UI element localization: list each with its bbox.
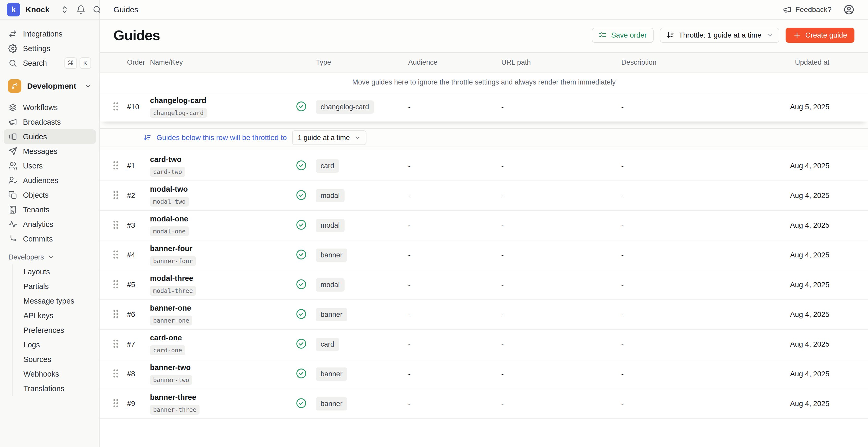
drag-handle[interactable] xyxy=(113,339,127,350)
status-active-icon xyxy=(296,160,316,172)
sidebar-item-preferences[interactable]: Preferences xyxy=(12,323,96,338)
guide-row-6[interactable]: #6 banner-one banner-one banner - - - Au… xyxy=(100,300,868,330)
sidebar-item-layouts[interactable]: Layouts xyxy=(12,264,96,279)
drag-handle[interactable] xyxy=(113,101,127,113)
guide-row-3[interactable]: #3 modal-one modal-one modal - - - Aug 4… xyxy=(100,211,868,241)
guide-type-badge: card xyxy=(316,338,339,351)
sidebar-item-message-types[interactable]: Message types xyxy=(12,294,96,308)
drag-handle[interactable] xyxy=(113,250,127,260)
guide-key-badge: banner-three xyxy=(150,405,199,415)
status-active-icon xyxy=(296,338,316,351)
plus-icon xyxy=(793,31,801,39)
sidebar-item-users[interactable]: Users xyxy=(4,159,96,173)
section-gap xyxy=(100,147,868,151)
sidebar-item-guides[interactable]: Guides xyxy=(4,129,96,144)
broadcasts-megaphone-icon xyxy=(8,118,17,126)
guide-row-2[interactable]: #2 modal-two modal-two modal - - - Aug 4… xyxy=(100,181,868,211)
drag-handle[interactable] xyxy=(113,160,127,171)
workspace-switcher-icon[interactable] xyxy=(60,5,69,14)
chevron-down-icon xyxy=(766,32,773,39)
developers-section-toggle[interactable]: Developers xyxy=(4,250,96,264)
sidebar-item-broadcasts[interactable]: Broadcasts xyxy=(4,115,96,129)
users-icon xyxy=(8,161,17,170)
sidebar-item-audiences[interactable]: Audiences xyxy=(4,173,96,188)
guide-key-badge: modal-three xyxy=(150,286,196,296)
drag-handle[interactable] xyxy=(113,398,127,409)
sidebar-item-tenants[interactable]: Tenants xyxy=(4,202,96,217)
guide-audience: - xyxy=(408,103,501,111)
sidebar-item-search[interactable]: Search ⌘ K xyxy=(4,56,96,70)
sidebar-item-label: Settings xyxy=(23,44,50,53)
throttle-dropdown-button[interactable]: Throttle: 1 guide at a time xyxy=(660,28,779,43)
sort-descending-icon xyxy=(143,133,151,142)
drag-handle[interactable] xyxy=(113,220,127,231)
status-active-icon xyxy=(296,397,316,410)
unthrottled-section: Move guides here to ignore the throttle … xyxy=(100,72,868,122)
settings-gear-icon xyxy=(8,44,17,53)
user-circle-icon xyxy=(843,4,855,15)
guide-name: banner-one xyxy=(150,304,296,313)
guide-url-path: - xyxy=(501,103,621,111)
drag-handle[interactable] xyxy=(113,279,127,290)
page-header: Guides Save order Throttle: 1 guide at a… xyxy=(100,20,868,52)
save-order-button[interactable]: Save order xyxy=(592,28,654,43)
throttled-section: #1 card-two card-two card - - - Aug 4, 2… xyxy=(100,151,868,447)
guide-name: modal-three xyxy=(150,274,296,283)
drag-handle[interactable] xyxy=(113,190,127,201)
guide-key-badge: card-two xyxy=(150,167,185,177)
guide-description: - xyxy=(621,103,788,111)
sidebar-item-translations[interactable]: Translations xyxy=(12,381,96,396)
throttle-amount-dropdown[interactable]: 1 guide at a time xyxy=(292,130,367,145)
status-active-icon xyxy=(296,101,316,113)
sidebar-item-api-keys[interactable]: API keys xyxy=(12,308,96,323)
sort-descending-icon xyxy=(666,31,675,39)
drop-zone-message: Move guides here to ignore the throttle … xyxy=(100,72,868,92)
feedback-button[interactable]: Feedback? xyxy=(783,5,832,14)
guide-name: banner-four xyxy=(150,244,296,253)
guide-type-badge: modal xyxy=(316,189,345,202)
status-active-icon xyxy=(296,308,316,321)
guide-type-badge: banner xyxy=(316,249,347,262)
guide-type-badge: banner xyxy=(316,308,347,321)
create-guide-button[interactable]: Create guide xyxy=(785,28,855,43)
search-shortcut: ⌘ K xyxy=(64,57,91,69)
sidebar-item-settings[interactable]: Settings xyxy=(4,41,96,56)
guide-key-badge: banner-four xyxy=(150,256,196,266)
drag-handle[interactable] xyxy=(113,369,127,379)
drag-handle[interactable] xyxy=(113,309,127,320)
guide-row-10[interactable]: #10 changelog-card changelog-card change… xyxy=(100,92,868,122)
sidebar-item-analytics[interactable]: Analytics xyxy=(4,217,96,232)
guide-name: banner-two xyxy=(150,363,296,372)
guide-row-4[interactable]: #4 banner-four banner-four banner - - - … xyxy=(100,241,868,270)
guide-key-badge: modal-two xyxy=(150,197,189,206)
throttle-divider-label[interactable]: Guides below this row will be throttled … xyxy=(143,133,287,142)
guide-row-5[interactable]: #5 modal-three modal-three modal - - - A… xyxy=(100,270,868,300)
sidebar-item-workflows[interactable]: Workflows xyxy=(4,100,96,115)
guide-row-7[interactable]: #7 card-one card-one card - - - Aug 4, 2… xyxy=(100,330,868,359)
status-active-icon xyxy=(296,219,316,232)
sidebar-item-integrations[interactable]: Integrations xyxy=(4,27,96,41)
sidebar-item-label: Search xyxy=(23,59,47,68)
environment-switcher[interactable]: Development xyxy=(4,78,96,94)
guide-row-8[interactable]: #8 banner-two banner-two banner - - - Au… xyxy=(100,359,868,389)
objects-copy-icon xyxy=(8,191,17,199)
guide-row-9[interactable]: #9 banner-three banner-three banner - - … xyxy=(100,389,868,419)
sidebar-item-logs[interactable]: Logs xyxy=(12,338,96,352)
sidebar-item-label: Integrations xyxy=(23,30,63,38)
guide-type-badge: banner xyxy=(316,368,347,381)
sidebar-item-commits[interactable]: Commits xyxy=(4,232,96,246)
sidebar-item-sources[interactable]: Sources xyxy=(12,352,96,367)
col-url-path: URL path xyxy=(501,58,621,66)
guides-icon xyxy=(8,132,17,141)
topbar: Guides Feedback? xyxy=(100,0,868,20)
sidebar-item-messages[interactable]: Messages xyxy=(4,144,96,159)
user-avatar-button[interactable] xyxy=(843,4,855,15)
sidebar-item-webhooks[interactable]: Webhooks xyxy=(12,367,96,381)
workspace-header: k Knock xyxy=(0,0,99,20)
guide-row-1[interactable]: #1 card-two card-two card - - - Aug 4, 2… xyxy=(100,151,868,181)
notifications-bell-icon[interactable] xyxy=(76,5,86,14)
sidebar-item-objects[interactable]: Objects xyxy=(4,188,96,202)
guide-name: card-one xyxy=(150,333,296,342)
sidebar-item-partials[interactable]: Partials xyxy=(12,279,96,294)
breadcrumb[interactable]: Guides xyxy=(114,5,138,14)
